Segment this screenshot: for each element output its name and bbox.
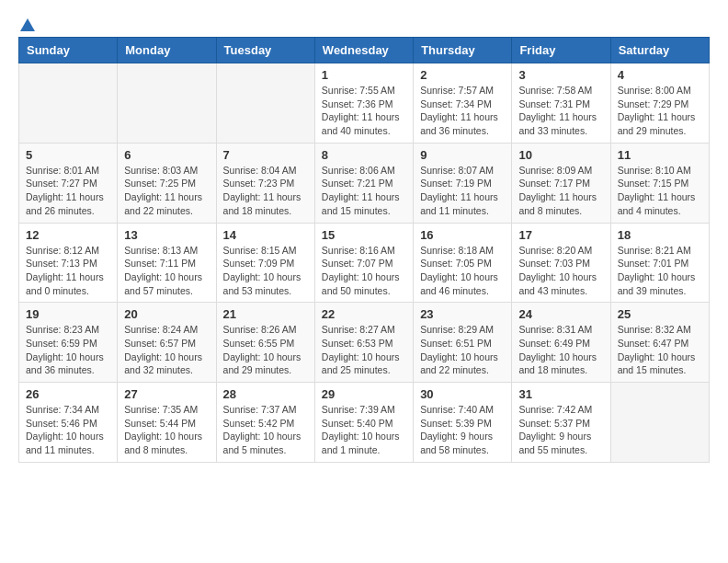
day-number: 8 bbox=[322, 148, 406, 162]
calendar-cell: 1Sunrise: 7:55 AM Sunset: 7:36 PM Daylig… bbox=[314, 63, 413, 144]
calendar-week-row: 1Sunrise: 7:55 AM Sunset: 7:36 PM Daylig… bbox=[19, 63, 710, 144]
day-number: 27 bbox=[124, 387, 209, 401]
calendar-cell: 20Sunrise: 8:24 AM Sunset: 6:57 PM Dayli… bbox=[118, 303, 216, 383]
calendar-cell: 13Sunrise: 8:13 AM Sunset: 7:11 PM Dayli… bbox=[118, 223, 216, 303]
calendar-cell: 15Sunrise: 8:16 AM Sunset: 7:07 PM Dayli… bbox=[314, 223, 413, 303]
day-number: 22 bbox=[322, 307, 406, 321]
day-info: Sunrise: 8:13 AM Sunset: 7:11 PM Dayligh… bbox=[124, 244, 209, 298]
day-info: Sunrise: 7:55 AM Sunset: 7:36 PM Dayligh… bbox=[322, 84, 406, 138]
day-info: Sunrise: 8:15 AM Sunset: 7:09 PM Dayligh… bbox=[223, 244, 308, 298]
calendar-week-row: 5Sunrise: 8:01 AM Sunset: 7:27 PM Daylig… bbox=[19, 143, 710, 223]
calendar-cell: 5Sunrise: 8:01 AM Sunset: 7:27 PM Daylig… bbox=[19, 143, 118, 223]
calendar-cell: 22Sunrise: 8:27 AM Sunset: 6:53 PM Dayli… bbox=[314, 303, 413, 383]
day-number: 4 bbox=[618, 68, 702, 82]
day-number: 12 bbox=[26, 228, 110, 242]
day-number: 20 bbox=[124, 307, 209, 321]
day-info: Sunrise: 8:32 AM Sunset: 6:47 PM Dayligh… bbox=[618, 323, 702, 377]
day-info: Sunrise: 8:27 AM Sunset: 6:53 PM Dayligh… bbox=[322, 323, 406, 377]
weekday-header-thursday: Thursday bbox=[414, 38, 512, 63]
day-info: Sunrise: 7:35 AM Sunset: 5:44 PM Dayligh… bbox=[124, 403, 209, 457]
day-info: Sunrise: 7:37 AM Sunset: 5:42 PM Dayligh… bbox=[223, 403, 308, 457]
calendar-cell bbox=[19, 63, 118, 144]
day-info: Sunrise: 8:00 AM Sunset: 7:29 PM Dayligh… bbox=[618, 84, 702, 138]
calendar-cell: 19Sunrise: 8:23 AM Sunset: 6:59 PM Dayli… bbox=[19, 303, 118, 383]
calendar-cell bbox=[118, 63, 216, 144]
calendar-table: SundayMondayTuesdayWednesdayThursdayFrid… bbox=[18, 37, 710, 463]
calendar-cell: 23Sunrise: 8:29 AM Sunset: 6:51 PM Dayli… bbox=[414, 303, 512, 383]
day-number: 30 bbox=[420, 387, 505, 401]
day-number: 6 bbox=[124, 148, 209, 162]
calendar-cell bbox=[610, 383, 709, 463]
calendar-cell: 2Sunrise: 7:57 AM Sunset: 7:34 PM Daylig… bbox=[414, 63, 512, 144]
day-number: 7 bbox=[223, 148, 308, 162]
calendar-cell: 16Sunrise: 8:18 AM Sunset: 7:05 PM Dayli… bbox=[414, 223, 512, 303]
calendar-cell: 12Sunrise: 8:12 AM Sunset: 7:13 PM Dayli… bbox=[19, 223, 118, 303]
calendar-cell: 14Sunrise: 8:15 AM Sunset: 7:09 PM Dayli… bbox=[216, 223, 314, 303]
calendar-cell: 28Sunrise: 7:37 AM Sunset: 5:42 PM Dayli… bbox=[216, 383, 314, 463]
svg-marker-0 bbox=[20, 18, 35, 31]
day-number: 13 bbox=[124, 228, 209, 242]
calendar-cell: 3Sunrise: 7:58 AM Sunset: 7:31 PM Daylig… bbox=[512, 63, 610, 144]
day-info: Sunrise: 8:24 AM Sunset: 6:57 PM Dayligh… bbox=[124, 323, 209, 377]
calendar-cell: 26Sunrise: 7:34 AM Sunset: 5:46 PM Dayli… bbox=[19, 383, 118, 463]
day-info: Sunrise: 8:29 AM Sunset: 6:51 PM Dayligh… bbox=[420, 323, 505, 377]
calendar-week-row: 12Sunrise: 8:12 AM Sunset: 7:13 PM Dayli… bbox=[19, 223, 710, 303]
weekday-header-tuesday: Tuesday bbox=[216, 38, 314, 63]
calendar-week-row: 19Sunrise: 8:23 AM Sunset: 6:59 PM Dayli… bbox=[19, 303, 710, 383]
weekday-header-friday: Friday bbox=[512, 38, 610, 63]
calendar-cell: 27Sunrise: 7:35 AM Sunset: 5:44 PM Dayli… bbox=[118, 383, 216, 463]
day-info: Sunrise: 7:58 AM Sunset: 7:31 PM Dayligh… bbox=[518, 84, 603, 138]
weekday-header-saturday: Saturday bbox=[610, 38, 709, 63]
day-info: Sunrise: 8:21 AM Sunset: 7:01 PM Dayligh… bbox=[618, 244, 702, 298]
day-number: 31 bbox=[518, 387, 603, 401]
logo-triangle-icon bbox=[20, 18, 35, 31]
day-number: 9 bbox=[420, 148, 505, 162]
day-info: Sunrise: 7:34 AM Sunset: 5:46 PM Dayligh… bbox=[26, 403, 110, 457]
calendar-cell: 21Sunrise: 8:26 AM Sunset: 6:55 PM Dayli… bbox=[216, 303, 314, 383]
day-number: 29 bbox=[322, 387, 406, 401]
day-number: 28 bbox=[223, 387, 308, 401]
day-number: 5 bbox=[26, 148, 110, 162]
day-number: 26 bbox=[26, 387, 110, 401]
day-number: 15 bbox=[322, 228, 406, 242]
day-info: Sunrise: 8:01 AM Sunset: 7:27 PM Dayligh… bbox=[26, 164, 110, 218]
day-number: 10 bbox=[518, 148, 603, 162]
day-info: Sunrise: 7:40 AM Sunset: 5:39 PM Dayligh… bbox=[420, 403, 505, 457]
calendar-cell: 11Sunrise: 8:10 AM Sunset: 7:15 PM Dayli… bbox=[610, 143, 709, 223]
day-number: 1 bbox=[322, 68, 406, 82]
day-info: Sunrise: 8:07 AM Sunset: 7:19 PM Dayligh… bbox=[420, 164, 505, 218]
day-number: 2 bbox=[420, 68, 505, 82]
weekday-header-sunday: Sunday bbox=[19, 38, 118, 63]
day-number: 21 bbox=[223, 307, 308, 321]
day-number: 17 bbox=[518, 228, 603, 242]
calendar-cell: 9Sunrise: 8:07 AM Sunset: 7:19 PM Daylig… bbox=[414, 143, 512, 223]
day-info: Sunrise: 8:23 AM Sunset: 6:59 PM Dayligh… bbox=[26, 323, 110, 377]
day-info: Sunrise: 8:26 AM Sunset: 6:55 PM Dayligh… bbox=[223, 323, 308, 377]
calendar-cell: 31Sunrise: 7:42 AM Sunset: 5:37 PM Dayli… bbox=[512, 383, 610, 463]
calendar-cell: 25Sunrise: 8:32 AM Sunset: 6:47 PM Dayli… bbox=[610, 303, 709, 383]
day-info: Sunrise: 8:20 AM Sunset: 7:03 PM Dayligh… bbox=[518, 244, 603, 298]
calendar-cell: 29Sunrise: 7:39 AM Sunset: 5:40 PM Dayli… bbox=[314, 383, 413, 463]
day-info: Sunrise: 8:16 AM Sunset: 7:07 PM Dayligh… bbox=[322, 244, 406, 298]
day-info: Sunrise: 7:57 AM Sunset: 7:34 PM Dayligh… bbox=[420, 84, 505, 138]
day-number: 16 bbox=[420, 228, 505, 242]
day-number: 19 bbox=[26, 307, 110, 321]
calendar-header-row: SundayMondayTuesdayWednesdayThursdayFrid… bbox=[19, 38, 710, 63]
calendar-cell: 7Sunrise: 8:04 AM Sunset: 7:23 PM Daylig… bbox=[216, 143, 314, 223]
day-number: 23 bbox=[420, 307, 505, 321]
day-info: Sunrise: 8:06 AM Sunset: 7:21 PM Dayligh… bbox=[322, 164, 406, 218]
calendar-cell: 10Sunrise: 8:09 AM Sunset: 7:17 PM Dayli… bbox=[512, 143, 610, 223]
day-number: 18 bbox=[618, 228, 702, 242]
calendar-cell: 18Sunrise: 8:21 AM Sunset: 7:01 PM Dayli… bbox=[610, 223, 709, 303]
day-info: Sunrise: 8:12 AM Sunset: 7:13 PM Dayligh… bbox=[26, 244, 110, 298]
day-info: Sunrise: 8:04 AM Sunset: 7:23 PM Dayligh… bbox=[223, 164, 308, 218]
day-info: Sunrise: 8:18 AM Sunset: 7:05 PM Dayligh… bbox=[420, 244, 505, 298]
day-number: 25 bbox=[618, 307, 702, 321]
day-number: 14 bbox=[223, 228, 308, 242]
calendar-cell: 24Sunrise: 8:31 AM Sunset: 6:49 PM Dayli… bbox=[512, 303, 610, 383]
day-info: Sunrise: 8:03 AM Sunset: 7:25 PM Dayligh… bbox=[124, 164, 209, 218]
day-info: Sunrise: 8:09 AM Sunset: 7:17 PM Dayligh… bbox=[518, 164, 603, 218]
calendar-cell bbox=[216, 63, 314, 144]
day-info: Sunrise: 7:42 AM Sunset: 5:37 PM Dayligh… bbox=[518, 403, 603, 457]
day-info: Sunrise: 7:39 AM Sunset: 5:40 PM Dayligh… bbox=[322, 403, 406, 457]
